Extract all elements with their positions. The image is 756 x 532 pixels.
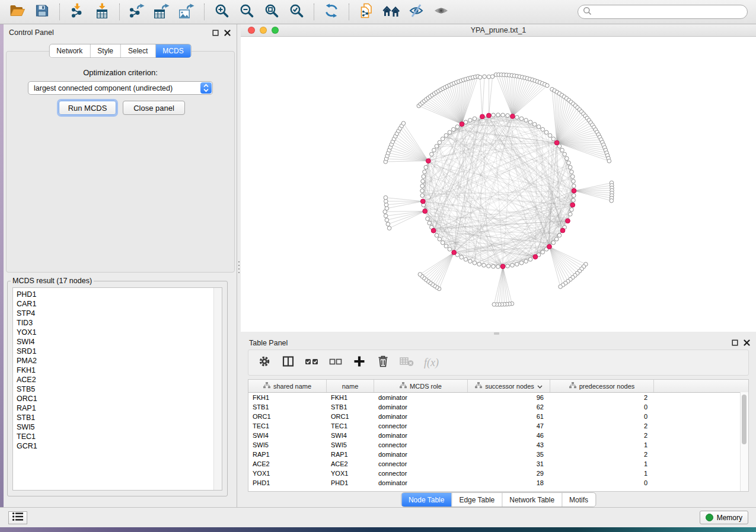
- table-cell[interactable]: 0: [550, 413, 654, 420]
- table-cell[interactable]: RAP1: [327, 451, 374, 458]
- table-cell[interactable]: ACE2: [327, 460, 374, 467]
- mcds-result-item[interactable]: ACE2: [13, 375, 222, 384]
- network-node[interactable]: [496, 113, 500, 117]
- table-cell[interactable]: 1: [550, 460, 654, 467]
- network-node[interactable]: [557, 233, 562, 238]
- network-node[interactable]: [524, 259, 528, 264]
- network-node[interactable]: [559, 285, 563, 289]
- run-mcds-button[interactable]: Run MCDS: [59, 101, 116, 115]
- mcds-result-item[interactable]: PMA2: [13, 356, 222, 366]
- network-node[interactable]: [546, 84, 550, 88]
- zoom-fit-button[interactable]: [259, 2, 284, 22]
- table-cell[interactable]: SWI5: [327, 441, 374, 448]
- table-row[interactable]: SWI4SWI4dominator462: [248, 431, 748, 440]
- float-panel-button[interactable]: [212, 29, 219, 36]
- network-node[interactable]: [384, 214, 388, 218]
- network-node[interactable]: [385, 206, 389, 210]
- table-cell[interactable]: 2: [550, 394, 654, 401]
- float-table-panel-button[interactable]: [731, 339, 738, 346]
- save-button[interactable]: [30, 2, 55, 22]
- table-cell[interactable]: 29: [468, 470, 550, 477]
- tab-node-table[interactable]: Node Table: [401, 493, 452, 507]
- mcds-hub-node[interactable]: [431, 228, 436, 233]
- table-cell[interactable]: 62: [468, 403, 550, 411]
- settings-gear-button[interactable]: [257, 355, 272, 370]
- network-node[interactable]: [560, 148, 564, 152]
- network-node[interactable]: [490, 75, 495, 79]
- mcds-result-item[interactable]: SWI4: [13, 337, 222, 347]
- table-cell[interactable]: 35: [468, 451, 550, 458]
- table-row[interactable]: YOX1YOX1connector291: [248, 469, 748, 478]
- network-node[interactable]: [572, 194, 576, 198]
- close-window-button[interactable]: [248, 27, 255, 34]
- network-node[interactable]: [572, 180, 576, 184]
- network-node[interactable]: [563, 152, 567, 156]
- mcds-hub-node[interactable]: [452, 250, 457, 255]
- table-cell[interactable]: 61: [468, 413, 550, 420]
- network-node[interactable]: [478, 75, 482, 79]
- table-cell[interactable]: 2: [550, 422, 654, 430]
- table-cell[interactable]: 2: [550, 451, 654, 458]
- network-node[interactable]: [473, 261, 477, 265]
- splitter-grab-handle[interactable]: [494, 332, 499, 335]
- network-node[interactable]: [424, 165, 428, 169]
- delete-table-button[interactable]: [399, 355, 414, 370]
- search-box[interactable]: [578, 5, 748, 19]
- table-cell[interactable]: 0: [550, 403, 654, 411]
- table-cell[interactable]: SWI4: [248, 432, 327, 439]
- tab-network-table[interactable]: Network Table: [502, 493, 562, 507]
- network-node[interactable]: [384, 196, 388, 200]
- mcds-result-item[interactable]: YOX1: [13, 328, 222, 337]
- mcds-hub-node[interactable]: [560, 228, 565, 233]
- mcds-result-item[interactable]: SWI5: [13, 422, 222, 432]
- table-cell[interactable]: PHD1: [248, 479, 327, 486]
- network-node[interactable]: [572, 198, 576, 203]
- network-node[interactable]: [444, 244, 448, 248]
- mcds-hub-node[interactable]: [570, 203, 575, 207]
- table-cell[interactable]: FKH1: [327, 394, 374, 401]
- table-cell[interactable]: 31: [468, 460, 550, 467]
- network-node[interactable]: [511, 263, 515, 267]
- mcds-result-item[interactable]: STB5: [13, 384, 222, 394]
- zoom-selected-button[interactable]: [284, 2, 309, 22]
- show-all-button[interactable]: [429, 2, 454, 22]
- network-node[interactable]: [537, 125, 541, 129]
- network-node[interactable]: [568, 165, 572, 169]
- network-node[interactable]: [420, 189, 425, 193]
- mcds-result-item[interactable]: ORC1: [13, 394, 222, 403]
- network-node[interactable]: [496, 265, 500, 269]
- task-history-button[interactable]: [8, 511, 27, 524]
- network-node[interactable]: [435, 144, 439, 148]
- table-cell[interactable]: connector: [374, 422, 468, 430]
- network-node[interactable]: [420, 194, 425, 198]
- tab-mcds[interactable]: MCDS: [155, 44, 190, 57]
- column-header-shared-name[interactable]: shared name: [248, 380, 327, 392]
- column-header-name[interactable]: name: [327, 380, 374, 392]
- network-node[interactable]: [421, 180, 425, 184]
- network-node[interactable]: [460, 255, 464, 259]
- mcds-result-item[interactable]: SRD1: [13, 347, 222, 356]
- table-scrollbar[interactable]: [740, 392, 748, 491]
- import-table-button[interactable]: [90, 2, 114, 22]
- network-node[interactable]: [568, 212, 572, 216]
- network-node[interactable]: [386, 222, 390, 226]
- network-node[interactable]: [572, 184, 576, 188]
- network-node[interactable]: [548, 133, 552, 137]
- network-node[interactable]: [544, 130, 548, 134]
- network-node[interactable]: [423, 170, 427, 174]
- table-cell[interactable]: ACE2: [248, 460, 327, 467]
- network-node[interactable]: [492, 303, 496, 307]
- open-folder-button[interactable]: [5, 2, 30, 22]
- network-node[interactable]: [567, 161, 571, 165]
- network-node[interactable]: [570, 175, 575, 179]
- network-node[interactable]: [492, 113, 496, 117]
- mcds-result-item[interactable]: TEC1: [13, 432, 222, 441]
- deselect-all-rows-button[interactable]: [328, 355, 343, 370]
- table-row[interactable]: STB1STB1dominator620: [248, 402, 748, 412]
- mcds-hub-node[interactable]: [460, 122, 464, 127]
- table-cell[interactable]: 18: [468, 479, 550, 486]
- table-cell[interactable]: dominator: [374, 432, 468, 439]
- network-node[interactable]: [435, 233, 439, 238]
- table-cell[interactable]: SWI5: [248, 441, 327, 448]
- table-row[interactable]: ACE2ACE2connector311: [248, 459, 748, 469]
